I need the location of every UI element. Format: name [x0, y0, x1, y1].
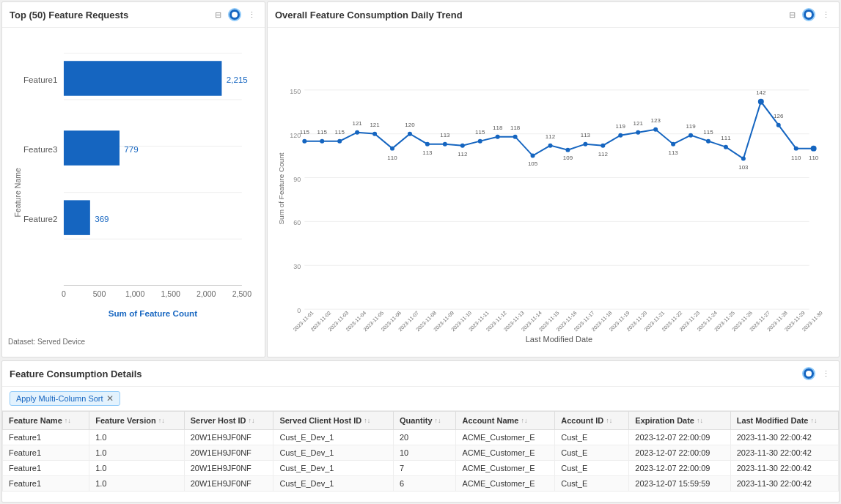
col-last-modified[interactable]: Last Modified Date ↑↓	[730, 412, 838, 430]
line-chart-panel: Overall Feature Consumption Daily Trend …	[267, 1, 840, 357]
pin-icon-right[interactable]: ⊟	[786, 9, 798, 21]
svg-point-41	[372, 132, 377, 136]
table-toolbar: Apply Multi-Column Sort ✕	[2, 387, 839, 411]
sort-icon-last-modified[interactable]: ↑↓	[810, 417, 817, 424]
svg-point-85	[758, 99, 764, 105]
bar-chart-title: Top (50) Feature Requests	[10, 10, 128, 21]
svg-point-73	[653, 127, 658, 132]
bar-feature1	[64, 61, 221, 96]
circle-toggle-icon-bottom[interactable]	[802, 367, 815, 380]
svg-text:Last Modified Date: Last Modified Date	[526, 335, 592, 342]
svg-text:Sum of Feature Count: Sum of Feature Count	[277, 152, 285, 224]
svg-text:105: 105	[528, 160, 538, 167]
sort-icon-quantity[interactable]: ↑↓	[435, 417, 441, 424]
svg-text:103: 103	[738, 164, 749, 171]
svg-text:779: 779	[124, 144, 138, 154]
svg-text:142: 142	[756, 89, 766, 96]
sort-icon-server-host[interactable]: ↑↓	[249, 417, 255, 424]
svg-point-79	[706, 139, 710, 144]
sort-icon-feature-version[interactable]: ↑↓	[158, 417, 165, 424]
svg-text:115: 115	[317, 129, 328, 136]
col-served-client-host-id[interactable]: Served Client Host ID ↑↓	[273, 412, 394, 430]
more-icon-bottom[interactable]: ⋮	[820, 368, 831, 379]
col-expiration-date[interactable]: Expiration Date ↑↓	[629, 412, 730, 430]
sort-icon-feature-name[interactable]: ↑↓	[65, 417, 71, 424]
bar-chart-controls: ⊟ ⋮	[212, 8, 257, 21]
sort-icon-account-id[interactable]: ↑↓	[606, 417, 612, 424]
svg-text:110: 110	[387, 155, 397, 161]
sort-icon-served-client[interactable]: ↑↓	[364, 417, 370, 424]
sort-badge-label: Apply Multi-Column Sort	[16, 394, 103, 403]
bar-feature2	[64, 200, 90, 235]
line-chart-controls: ⊟ ⋮	[786, 8, 831, 21]
svg-text:118: 118	[510, 125, 521, 131]
more-icon-right[interactable]: ⋮	[820, 9, 831, 21]
svg-text:113: 113	[581, 132, 591, 138]
pin-icon[interactable]: ⊟	[212, 9, 224, 21]
svg-text:110: 110	[809, 155, 819, 161]
sort-badge[interactable]: Apply Multi-Column Sort ✕	[10, 391, 120, 406]
svg-point-57	[513, 135, 518, 139]
svg-point-51	[460, 144, 465, 148]
dataset-label: Dataset: Served Device	[8, 338, 85, 346]
svg-point-43	[390, 147, 394, 151]
table-wrapper[interactable]: Feature Name ↑↓ Feature Version ↑↓	[2, 411, 839, 493]
svg-point-75	[671, 142, 675, 147]
svg-text:Sum of Feature Count: Sum of Feature Count	[109, 308, 197, 318]
svg-point-33	[302, 139, 306, 144]
svg-text:Feature3: Feature3	[23, 144, 57, 154]
svg-text:111: 111	[721, 135, 731, 141]
sort-icon-account-name[interactable]: ↑↓	[521, 417, 527, 424]
svg-text:120: 120	[405, 122, 415, 128]
col-account-id[interactable]: Account ID ↑↓	[555, 412, 629, 430]
close-sort-icon[interactable]: ✕	[106, 393, 114, 404]
more-icon[interactable]: ⋮	[246, 9, 257, 21]
svg-point-63	[565, 148, 570, 152]
table-row: Feature11.020W1EH9JF0NFCust_E_Dev_17ACME…	[3, 461, 839, 476]
svg-text:115: 115	[475, 129, 485, 136]
col-quantity[interactable]: Quantity ↑↓	[393, 412, 455, 430]
line-chart-title: Overall Feature Consumption Daily Trend	[275, 10, 463, 21]
bar-chart-svg: Feature Name 2,215 Feature1	[10, 35, 257, 342]
svg-text:113: 113	[668, 149, 678, 156]
svg-text:30: 30	[293, 263, 301, 270]
svg-text:0: 0	[297, 307, 301, 314]
y-axis-label: Feature Name	[13, 168, 22, 218]
svg-point-91	[811, 146, 817, 152]
table-row: Feature11.020W1EH9JF0NFCust_E_Dev_110ACM…	[3, 445, 839, 461]
svg-text:115: 115	[703, 129, 713, 136]
line-chart-area: Sum of Feature Count 0 30 60 90 120	[268, 28, 839, 349]
table-row: Feature11.020W1EH9JF0NFCust_E_Dev_16ACME…	[3, 476, 839, 492]
top-panels: Top (50) Feature Requests ⊟ ⋮ Feature Na…	[0, 0, 841, 359]
svg-point-45	[408, 132, 412, 136]
svg-text:119: 119	[686, 123, 696, 130]
bottom-panel: Feature Consumption Details ⋮ Apply Mult…	[1, 360, 840, 503]
svg-text:Feature2: Feature2	[23, 214, 57, 223]
line-chart-header: Overall Feature Consumption Daily Trend …	[268, 2, 839, 28]
svg-text:113: 113	[440, 132, 450, 138]
svg-point-69	[618, 133, 623, 138]
svg-text:90: 90	[293, 176, 301, 183]
sort-icon-expiration[interactable]: ↑↓	[697, 417, 703, 424]
svg-point-67	[601, 144, 605, 148]
circle-toggle-icon[interactable]	[228, 8, 241, 21]
svg-point-53	[478, 139, 482, 144]
col-feature-name[interactable]: Feature Name ↑↓	[3, 412, 89, 430]
svg-point-83	[741, 157, 746, 161]
bar-chart-panel: Top (50) Feature Requests ⊟ ⋮ Feature Na…	[1, 1, 265, 357]
svg-text:119: 119	[616, 123, 626, 130]
col-account-name[interactable]: Account Name ↑↓	[456, 412, 555, 430]
col-server-host-id[interactable]: Server Host ID ↑↓	[184, 412, 273, 430]
svg-text:Feature1: Feature1	[23, 75, 57, 84]
svg-text:121: 121	[352, 120, 362, 127]
svg-text:123: 123	[651, 117, 661, 124]
svg-point-65	[583, 142, 587, 147]
col-feature-version[interactable]: Feature Version ↑↓	[89, 412, 185, 430]
bottom-panel-header: Feature Consumption Details ⋮	[2, 361, 839, 387]
svg-point-47	[425, 142, 430, 147]
circle-toggle-icon-right[interactable]	[802, 8, 815, 21]
svg-text:113: 113	[422, 149, 433, 156]
bar-chart-header: Top (50) Feature Requests ⊟ ⋮	[2, 2, 265, 28]
svg-text:500: 500	[93, 289, 106, 298]
svg-text:112: 112	[598, 151, 609, 158]
